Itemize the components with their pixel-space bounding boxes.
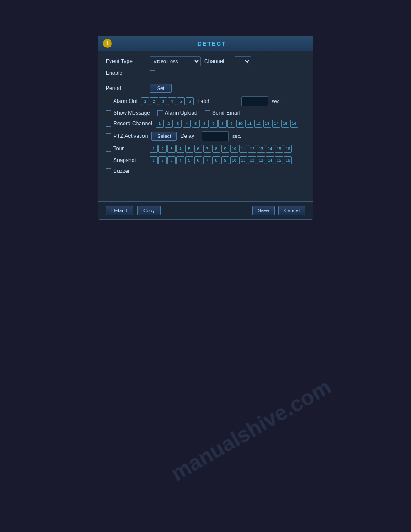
rec-ch-3[interactable]: 3 <box>174 120 182 128</box>
snap-ch-2[interactable]: 2 <box>158 156 167 164</box>
rec-ch-16[interactable]: 16 <box>290 120 298 128</box>
ptz-select-button[interactable]: Select <box>151 132 177 141</box>
alarm-out-ch-5[interactable]: 5 <box>177 97 185 105</box>
ptz-row: PTZ Activation Select Delay 10 sec. <box>106 131 305 141</box>
snap-ch-1[interactable]: 1 <box>150 156 158 164</box>
tour-ch-2[interactable]: 2 <box>158 145 167 153</box>
record-channel-checkbox[interactable] <box>106 121 111 127</box>
buzzer-label: Buzzer <box>106 168 130 174</box>
show-message-label: Show Message <box>106 110 150 116</box>
send-email-checkbox[interactable] <box>205 110 210 116</box>
message-row: Show Message Alarm Upload Send Email <box>106 110 305 116</box>
show-message-checkbox[interactable] <box>106 110 111 116</box>
tour-ch-11[interactable]: 11 <box>239 145 247 153</box>
rec-ch-5[interactable]: 5 <box>192 120 200 128</box>
event-type-select[interactable]: Video Loss Motion Detection Camera Maski… <box>150 56 201 66</box>
rec-ch-13[interactable]: 13 <box>263 120 271 128</box>
save-button[interactable]: Save <box>252 206 275 215</box>
buzzer-checkbox[interactable] <box>106 168 111 174</box>
rec-ch-10[interactable]: 10 <box>236 120 244 128</box>
ptz-activation-checkbox[interactable] <box>106 133 111 139</box>
snap-ch-7[interactable]: 7 <box>203 156 211 164</box>
alarm-out-ch-1[interactable]: 1 <box>141 97 149 105</box>
snapshot-checkbox[interactable] <box>106 158 111 163</box>
tour-ch-1[interactable]: 1 <box>150 145 158 153</box>
alarm-out-ch-6[interactable]: 6 <box>186 97 194 105</box>
footer-left: Default Copy <box>106 206 161 215</box>
period-set-button[interactable]: Set <box>150 84 172 93</box>
snapshot-row: Snapshot 1 2 3 4 5 6 7 8 9 10 11 12 13 1… <box>106 156 305 164</box>
tour-ch-9[interactable]: 9 <box>221 145 229 153</box>
record-channel-row: Record Channel 1 2 3 4 5 6 7 8 9 10 11 1… <box>106 120 305 128</box>
alarm-upload-checkbox[interactable] <box>157 110 163 116</box>
tour-checkbox[interactable] <box>106 146 111 152</box>
enable-label: Enable <box>106 70 146 76</box>
snap-ch-16[interactable]: 16 <box>284 156 292 164</box>
tour-ch-16[interactable]: 16 <box>284 145 292 153</box>
snap-ch-12[interactable]: 12 <box>248 156 256 164</box>
rec-ch-12[interactable]: 12 <box>254 120 262 128</box>
rec-ch-4[interactable]: 4 <box>183 120 191 128</box>
alarm-out-ch-4[interactable]: 4 <box>168 97 176 105</box>
rec-ch-7[interactable]: 7 <box>210 120 218 128</box>
snap-ch-15[interactable]: 15 <box>275 156 283 164</box>
snap-ch-14[interactable]: 14 <box>266 156 274 164</box>
alarm-out-ch-2[interactable]: 2 <box>150 97 158 105</box>
tour-ch-3[interactable]: 3 <box>167 145 176 153</box>
rec-ch-8[interactable]: 8 <box>218 120 227 128</box>
enable-checkbox[interactable] <box>150 70 155 76</box>
dialog-body: Event Type Video Loss Motion Detection C… <box>98 51 313 201</box>
tour-ch-4[interactable]: 4 <box>176 145 184 153</box>
tour-ch-10[interactable]: 10 <box>230 145 238 153</box>
period-row: Period Set <box>106 84 305 93</box>
rec-ch-15[interactable]: 15 <box>281 120 289 128</box>
snapshot-channels: 1 2 3 4 5 6 7 8 9 10 11 12 13 14 15 16 <box>150 156 292 164</box>
copy-button[interactable]: Copy <box>137 206 161 215</box>
alarm-out-label: Alarm Out <box>106 98 137 104</box>
period-label: Period <box>106 85 146 91</box>
snapshot-label: Snapshot <box>106 157 146 163</box>
watermark: manualshive.com <box>167 374 335 486</box>
tour-row: Tour 1 2 3 4 5 6 7 8 9 10 11 12 13 14 15… <box>106 145 305 153</box>
tour-ch-12[interactable]: 12 <box>248 145 256 153</box>
delay-input[interactable]: 10 <box>202 131 229 141</box>
channel-select[interactable]: 1234 5678 <box>235 56 251 66</box>
tour-ch-15[interactable]: 15 <box>275 145 283 153</box>
rec-ch-9[interactable]: 9 <box>227 120 235 128</box>
snap-ch-9[interactable]: 9 <box>221 156 229 164</box>
rec-ch-11[interactable]: 11 <box>245 120 253 128</box>
enable-row: Enable <box>106 70 305 76</box>
rec-ch-6[interactable]: 6 <box>201 120 209 128</box>
alarm-out-channels: 1 2 3 4 5 6 <box>141 97 194 105</box>
snap-ch-8[interactable]: 8 <box>212 156 220 164</box>
tour-ch-5[interactable]: 5 <box>185 145 193 153</box>
alarm-out-ch-3[interactable]: 3 <box>159 97 167 105</box>
snap-ch-3[interactable]: 3 <box>167 156 176 164</box>
snap-ch-5[interactable]: 5 <box>185 156 193 164</box>
divider-1 <box>106 80 305 80</box>
rec-ch-1[interactable]: 1 <box>156 120 164 128</box>
cancel-button[interactable]: Cancel <box>278 206 305 215</box>
default-button[interactable]: Default <box>106 206 133 215</box>
latch-unit: sec. <box>272 99 281 104</box>
tour-ch-14[interactable]: 14 <box>266 145 274 153</box>
tour-ch-13[interactable]: 13 <box>257 145 265 153</box>
alarm-out-checkbox[interactable] <box>106 99 111 104</box>
record-channel-label: Record Channel <box>106 120 152 127</box>
tour-ch-8[interactable]: 8 <box>212 145 220 153</box>
snap-ch-11[interactable]: 11 <box>239 156 247 164</box>
record-channels: 1 2 3 4 5 6 7 8 9 10 11 12 13 14 15 16 <box>156 120 298 128</box>
tour-ch-7[interactable]: 7 <box>203 145 211 153</box>
alarm-out-row: Alarm Out 1 2 3 4 5 6 Latch 10 sec. <box>106 96 305 106</box>
snap-ch-4[interactable]: 4 <box>176 156 184 164</box>
dialog-icon: i <box>103 39 112 48</box>
latch-input[interactable]: 10 <box>241 96 268 106</box>
rec-ch-2[interactable]: 2 <box>165 120 173 128</box>
buzzer-row: Buzzer <box>106 168 305 174</box>
tour-ch-6[interactable]: 6 <box>194 145 202 153</box>
snap-ch-10[interactable]: 10 <box>230 156 238 164</box>
rec-ch-14[interactable]: 14 <box>272 120 280 128</box>
footer-right: Save Cancel <box>252 206 305 215</box>
snap-ch-6[interactable]: 6 <box>194 156 202 164</box>
snap-ch-13[interactable]: 13 <box>257 156 265 164</box>
